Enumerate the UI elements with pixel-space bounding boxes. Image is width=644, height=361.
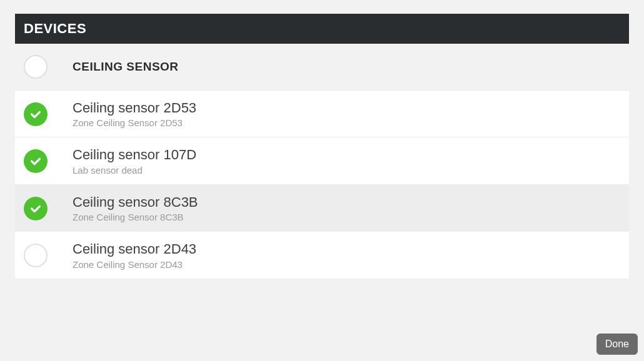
group-header-row[interactable]: CEILING SENSOR [15, 44, 629, 91]
checkmark-icon[interactable] [24, 102, 48, 126]
empty-checkbox-icon[interactable] [24, 244, 48, 267]
main-container: DEVICES CEILING SENSOR Ceiling sensor 2D… [0, 0, 644, 279]
done-button[interactable]: Done [596, 334, 638, 355]
device-text: Ceiling sensor 2D43Zone Ceiling Sensor 2… [73, 241, 196, 269]
device-row[interactable]: Ceiling sensor 8C3BZone Ceiling Sensor 8… [15, 185, 629, 232]
devices-header: DEVICES [15, 14, 629, 44]
device-text: Ceiling sensor 8C3BZone Ceiling Sensor 8… [73, 194, 198, 222]
device-subtitle: Zone Ceiling Sensor 8C3B [73, 212, 198, 222]
device-list: Ceiling sensor 2D53Zone Ceiling Sensor 2… [15, 91, 629, 279]
device-row[interactable]: Ceiling sensor 2D43Zone Ceiling Sensor 2… [15, 232, 629, 279]
device-subtitle: Zone Ceiling Sensor 2D53 [73, 117, 196, 128]
header-title: DEVICES [24, 21, 86, 36]
group-checkbox[interactable] [24, 55, 48, 79]
device-name: Ceiling sensor 107D [73, 147, 196, 163]
group-title: CEILING SENSOR [73, 60, 179, 74]
device-subtitle: Zone Ceiling Sensor 2D43 [73, 259, 196, 270]
device-name: Ceiling sensor 2D43 [73, 241, 196, 257]
device-text: Ceiling sensor 2D53Zone Ceiling Sensor 2… [73, 100, 196, 128]
device-subtitle: Lab sensor dead [73, 165, 196, 176]
device-name: Ceiling sensor 8C3B [73, 194, 198, 210]
checkmark-icon[interactable] [24, 149, 48, 173]
device-row[interactable]: Ceiling sensor 2D53Zone Ceiling Sensor 2… [15, 91, 629, 137]
checkmark-icon[interactable] [24, 197, 48, 220]
done-button-label: Done [605, 339, 629, 349]
device-name: Ceiling sensor 2D53 [73, 100, 196, 116]
device-row[interactable]: Ceiling sensor 107DLab sensor dead [15, 137, 629, 184]
device-text: Ceiling sensor 107DLab sensor dead [73, 147, 196, 175]
